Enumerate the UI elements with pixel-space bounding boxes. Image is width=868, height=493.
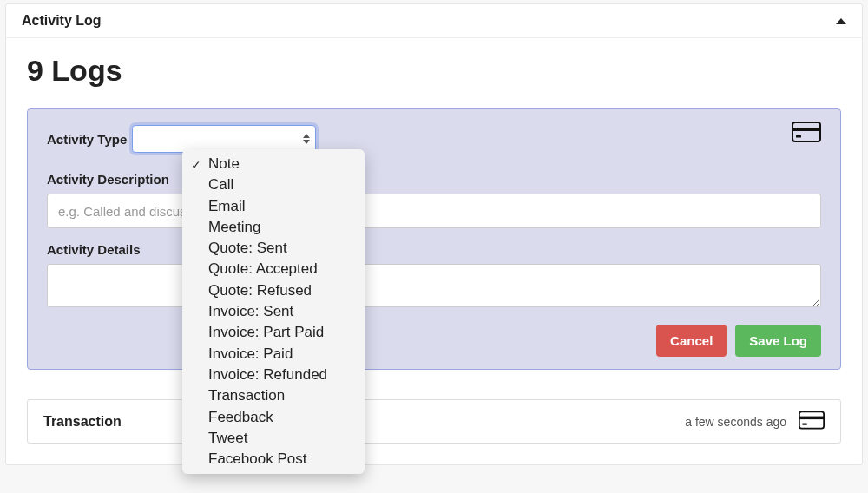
log-item-time: a few seconds ago <box>685 415 786 429</box>
activity-type-option[interactable]: Call <box>182 174 365 195</box>
panel-body: 9 Logs Activity Type NoteCallEmailMeetin… <box>6 38 862 464</box>
activity-description-block: Activity Description <box>47 172 821 228</box>
activity-type-option[interactable]: Invoice: Refunded <box>182 365 365 385</box>
activity-type-option[interactable]: Invoice: Sent <box>182 301 365 322</box>
activity-details-textarea[interactable] <box>47 264 821 307</box>
save-log-button[interactable]: Save Log <box>735 325 821 357</box>
svg-rect-3 <box>799 411 824 428</box>
log-item-meta: a few seconds ago <box>685 411 825 432</box>
panel-header[interactable]: Activity Log <box>6 4 862 38</box>
activity-type-option[interactable]: Quote: Accepted <box>182 259 365 279</box>
activity-type-option[interactable]: Quote: Sent <box>182 238 365 259</box>
activity-type-option[interactable]: Note <box>182 154 365 174</box>
activity-type-dropdown[interactable]: NoteCallEmailMeetingQuote: SentQuote: Ac… <box>182 149 365 474</box>
select-arrows-icon <box>303 134 310 144</box>
activity-type-label: Activity Type <box>47 132 127 147</box>
form-actions: Cancel Save Log <box>47 325 821 357</box>
panel-title: Activity Log <box>22 13 102 29</box>
activity-description-input[interactable] <box>47 194 821 228</box>
activity-details-label: Activity Details <box>47 242 821 257</box>
activity-type-option[interactable]: Feedback <box>182 407 365 428</box>
activity-description-label: Activity Description <box>47 172 821 187</box>
activity-type-option[interactable]: Tweet <box>182 428 365 449</box>
activity-log-panel: Activity Log 9 Logs Activity Type NoteCa… <box>5 3 863 465</box>
svg-rect-4 <box>799 417 824 420</box>
cancel-button[interactable]: Cancel <box>656 325 727 357</box>
activity-type-option[interactable]: Transaction <box>182 385 365 406</box>
activity-type-option[interactable]: Facebook Post <box>182 449 365 470</box>
activity-type-option[interactable]: Quote: Refused <box>182 280 365 301</box>
activity-type-option[interactable]: Email <box>182 196 365 217</box>
svg-rect-5 <box>802 424 806 425</box>
collapse-caret-icon <box>836 18 846 24</box>
activity-type-option[interactable]: Meeting <box>182 217 365 238</box>
credit-card-icon <box>799 411 825 432</box>
create-log-form: Activity Type NoteCallEmailMeetingQuote:… <box>27 108 841 370</box>
activity-type-option[interactable]: Invoice: Part Paid <box>182 322 365 343</box>
page-title: 9 Logs <box>27 54 841 88</box>
log-item[interactable]: Transaction 00 a few seconds ago <box>27 399 841 444</box>
activity-type-option[interactable]: Invoice: Paid <box>182 344 365 365</box>
activity-type-row: Activity Type NoteCallEmailMeetingQuote:… <box>47 125 821 153</box>
activity-details-block: Activity Details <box>47 242 821 311</box>
